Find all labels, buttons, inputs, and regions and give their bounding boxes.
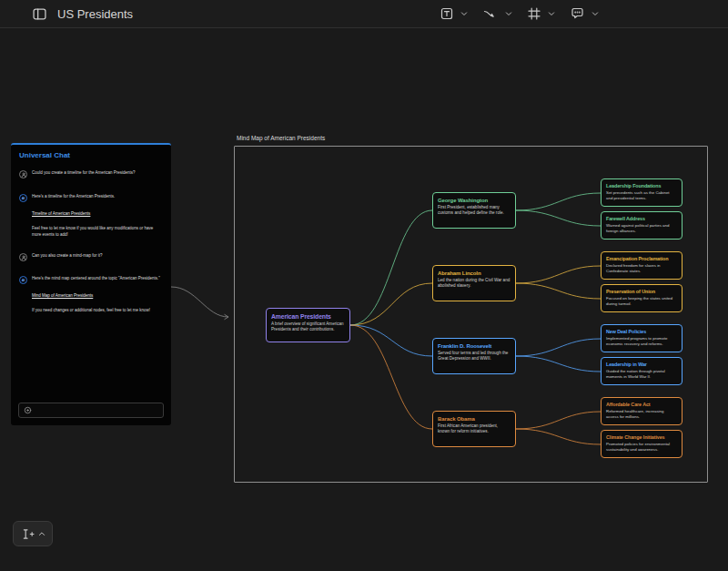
frame-label: Mind Map of American Presidents [237,135,325,141]
mindmap-node-new-deal-policies[interactable]: New Deal Policies Implemented programs t… [601,324,682,352]
mindmap-node-lincoln[interactable]: Abraham Lincoln Led the nation during th… [432,265,516,301]
comment-tool-button[interactable] [569,5,586,22]
toolbar [439,0,601,27]
sidebar-toggle-button[interactable] [31,5,48,23]
chat-panel-title: Universal Chat [19,151,163,159]
ai-avatar-label: AI [22,279,25,282]
node-description: Warned against political parties and for… [606,223,677,234]
node-title: Barack Obama [438,416,511,422]
node-description: Promoted policies for environmental sust… [606,442,677,453]
person-icon [21,172,26,178]
chevron-down-icon [505,11,512,16]
node-title: George Washington [438,198,511,203]
mindmap-node-farewell-address[interactable]: Farewell Address Warned against politica… [601,211,682,240]
mindmap-node-climate-change-initiatives[interactable]: Climate Change Initiatives Promoted poli… [601,430,682,458]
frame-tool-button[interactable] [526,5,542,22]
arrowhead [225,314,229,320]
chat-message: Here's a timeline for the American Presi… [32,194,163,200]
node-description: Led the nation during the Civil War and … [438,278,511,290]
chat-message: Here's the mind map centered around the … [32,276,163,282]
comment-tool-icon [571,7,584,20]
node-title: American Presidents [271,313,345,320]
chat-input[interactable] [18,403,164,418]
mindmap-node-leadership-foundations[interactable]: Leadership Foundations Set precedents su… [601,178,682,207]
connector-tool-button[interactable] [481,5,500,22]
chevron-down-icon [592,11,599,16]
user-avatar [19,170,27,178]
chevron-down-icon [460,11,468,16]
chevron-down-icon [548,11,555,16]
node-description: Reformed healthcare, increasing access f… [606,409,677,420]
mindmap-node-root[interactable]: American Presidents A brief overview of … [266,308,350,342]
person-icon [21,255,26,260]
mindmap-node-roosevelt[interactable]: Franklin D. Roosevelt Served four terms … [432,338,516,374]
mindmap-node-preservation-of-union[interactable]: Preservation of Union Focused on keeping… [601,284,682,312]
frame-tool-icon [528,7,541,20]
circle-dot-icon [24,406,32,414]
chat-message-followup: If you need changes or additional nodes,… [32,308,160,314]
node-description: Guided the nation through pivotal moment… [606,369,677,380]
text-tool-icon [440,7,453,20]
node-description: Focused on keeping the states united dur… [606,296,677,307]
timeline-link[interactable]: Timeline of American Presidents [32,211,90,218]
mindmap-node-washington[interactable]: George Washington First President, estab… [432,192,516,229]
chat-message: Can you also create a mind-map for it? [32,253,163,260]
node-description: A brief overview of significant American… [271,321,345,333]
collapsed-toolbar-button[interactable] [13,521,53,546]
text-tool-dropdown[interactable] [459,9,470,18]
node-title: Farewell Address [606,216,677,221]
node-title: New Deal Policies [606,329,677,334]
mindmap-node-obama[interactable]: Barack Obama First African American pres… [432,411,516,447]
connector-tool-icon [483,7,498,20]
node-title: Abraham Lincoln [438,270,511,276]
node-description: Served four terms and led through the Gr… [438,351,511,362]
node-title: Emancipation Proclamation [606,256,677,261]
user-avatar [19,253,27,261]
node-description: Set precedents such as the Cabinet and p… [606,190,677,201]
comment-tool-dropdown[interactable] [590,9,601,18]
document-title: US Presidents [57,7,133,21]
node-description: First African American president, known … [438,423,511,435]
node-description: Declared freedom for slaves in Confedera… [606,263,677,274]
node-description: First President, established many custom… [438,205,511,217]
node-description: Implemented programs to promote economic… [606,336,677,347]
ai-avatar-label: AI [22,197,25,200]
chat-message: Could you create a timeline for the Amer… [32,170,163,177]
node-title: Franklin D. Roosevelt [438,343,511,349]
chevron-up-icon [38,531,46,536]
mindmap-node-affordable-care-act[interactable]: Affordable Care Act Reformed healthcare,… [601,397,682,425]
text-cursor-plus-icon [21,528,35,540]
ai-avatar: AI [19,194,27,202]
node-title: Climate Change Initiatives [606,434,677,440]
node-title: Leadership Foundations [606,183,677,189]
text-tool-button[interactable] [439,5,455,22]
panel-left-icon [33,7,46,21]
node-title: Leadership in War [606,362,677,367]
top-bar: US Presidents [0,0,728,28]
whiteboard-canvas[interactable]: US Presidents [0,0,728,571]
ai-avatar: AI [19,276,27,284]
chat-message-followup: Feel free to let me know if you would li… [32,226,160,239]
mindmap-node-emancipation-proclamation[interactable]: Emancipation Proclamation Declared freed… [601,251,682,280]
frame-tool-dropdown[interactable] [546,9,557,18]
chat-to-mindmap-arrow [171,287,228,317]
mindmap-link[interactable]: Mind Map of American Presidents [32,293,93,300]
connector-tool-dropdown[interactable] [503,9,514,18]
node-title: Affordable Care Act [606,402,677,407]
node-title: Preservation of Union [606,289,677,294]
chat-panel: Universal Chat Could you create a timeli… [11,143,171,425]
mindmap-node-leadership-in-war[interactable]: Leadership in War Guided the nation thro… [601,357,682,385]
